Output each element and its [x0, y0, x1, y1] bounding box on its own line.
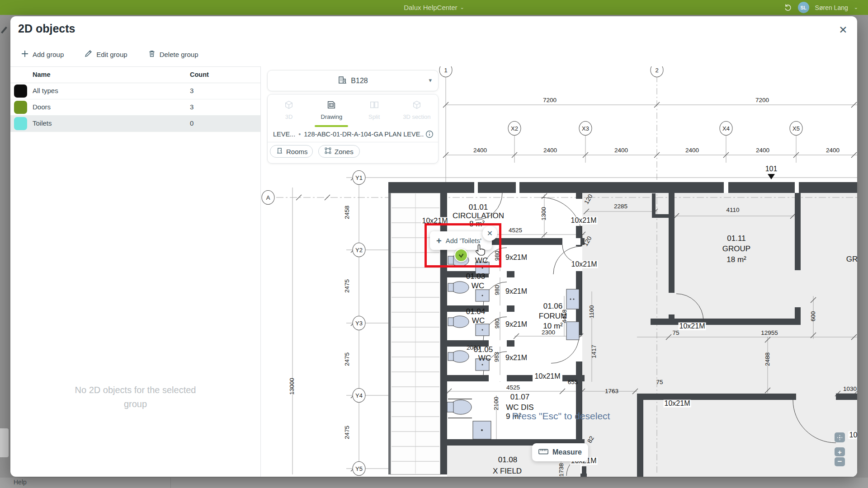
edit-group-label: Edit group: [96, 51, 127, 58]
avatar[interactable]: SL: [798, 2, 809, 13]
door-icon: [276, 147, 283, 155]
column-header-name: Name: [33, 71, 51, 78]
drawing-icon: [326, 100, 336, 112]
table-row-doors[interactable]: Doors 3: [10, 99, 260, 115]
tab-drawing[interactable]: Drawing: [310, 98, 353, 124]
row-name: All types: [33, 87, 58, 94]
drawing-reference[interactable]: LEVE... • 128-ABC-01-DR-A-104-GA PLAN LE…: [273, 128, 433, 141]
page: Dalux HelpCenter ⌄ SL Søren Lang ⌄ Help …: [0, 0, 868, 488]
2d-objects-modal: 2D objects ✕ Add group Edit group Delete…: [10, 16, 857, 477]
hand-cursor-icon: [475, 244, 486, 258]
app-title: Dalux HelpCenter: [404, 4, 457, 11]
level-label: LEVE...: [273, 131, 295, 138]
zoom-out-button[interactable]: −: [835, 457, 845, 466]
pencil-icon: [85, 50, 92, 59]
tab-3d[interactable]: 3D: [268, 98, 310, 124]
toilet-marker: [454, 249, 468, 262]
row-count: 3: [190, 87, 193, 94]
esc-hint: Press "Esc" to deselect: [507, 411, 615, 422]
plus-icon: [21, 50, 28, 59]
empty-state-text: No 2D objects for the selected group: [10, 383, 260, 411]
undo-icon[interactable]: [783, 3, 792, 13]
split-icon: [369, 100, 379, 112]
drawing-viewer[interactable]: 12X2X3X4X5AY1Y2Y3Y4Y57200720024002400240…: [260, 66, 857, 477]
close-icon[interactable]: ✕: [835, 22, 851, 38]
tab-split[interactable]: Split: [353, 98, 396, 124]
row-name: Toilets: [33, 119, 52, 127]
help-link[interactable]: Help: [14, 479, 27, 486]
row-count: 3: [190, 103, 193, 111]
app-title-menu[interactable]: Dalux HelpCenter ⌄: [404, 0, 464, 15]
building-name: B128: [351, 77, 368, 85]
info-icon[interactable]: [425, 130, 434, 140]
bottom-bar: [0, 478, 868, 488]
plus-icon: +: [436, 236, 442, 245]
trash-icon: [148, 50, 156, 59]
background-icon-fragment: [1, 27, 7, 34]
add-group-button[interactable]: Add group: [21, 50, 64, 59]
building-icon: [338, 75, 347, 86]
active-tab-underline: [315, 125, 348, 127]
chevron-down-icon: ⌄: [460, 5, 464, 10]
user-name[interactable]: Søren Lang: [815, 4, 848, 11]
zones-button[interactable]: Zones: [318, 145, 360, 158]
app-topbar: Dalux HelpCenter ⌄ SL Søren Lang ⌄: [0, 0, 868, 15]
cube-section-icon: [412, 100, 422, 112]
view-tabs: 3D Drawing Split 3D section: [268, 98, 438, 124]
table-row-toilets[interactable]: Toilets 0: [10, 115, 260, 131]
user-menu-chevron-icon[interactable]: ⌄: [854, 5, 858, 10]
add-toilets-label: Add 'Toilets': [446, 237, 481, 244]
zoom-in-button[interactable]: +: [835, 447, 845, 456]
zone-polygon-icon: [325, 147, 331, 155]
add-group-label: Add group: [33, 51, 64, 58]
view-mode-card: 3D Drawing Split 3D section: [267, 94, 439, 164]
bottom-bar-divider: [170, 478, 171, 488]
group-toolbar: Add group Edit group Delete group: [21, 50, 198, 59]
ruler-icon: [538, 448, 548, 456]
drawing-title: 128-ABC-01-DR-A-104-GA PLAN LEVE...: [304, 131, 424, 138]
chevron-down-icon: ▾: [429, 77, 432, 84]
row-count: 0: [190, 119, 193, 127]
color-swatch: [14, 84, 27, 98]
delete-group-button[interactable]: Delete group: [148, 50, 198, 59]
cube-icon: [284, 100, 294, 112]
pan-button[interactable]: [835, 432, 845, 442]
selection-close-icon[interactable]: ✕: [482, 226, 497, 241]
color-swatch: [14, 101, 27, 114]
delete-group-label: Delete group: [160, 51, 198, 58]
scrollbar-track: [0, 428, 9, 457]
tab-3d-section[interactable]: 3D section: [396, 98, 438, 124]
modal-title: 2D objects: [18, 22, 75, 35]
table-row-all-types[interactable]: All types 3: [10, 83, 260, 99]
edit-group-button[interactable]: Edit group: [85, 50, 127, 59]
measure-button[interactable]: Measure: [532, 443, 588, 461]
column-header-count: Count: [190, 71, 209, 78]
rooms-button[interactable]: Rooms: [270, 145, 313, 158]
building-dropdown[interactable]: B128 ▾: [267, 70, 439, 91]
row-name: Doors: [33, 103, 51, 111]
color-swatch: [14, 117, 27, 130]
